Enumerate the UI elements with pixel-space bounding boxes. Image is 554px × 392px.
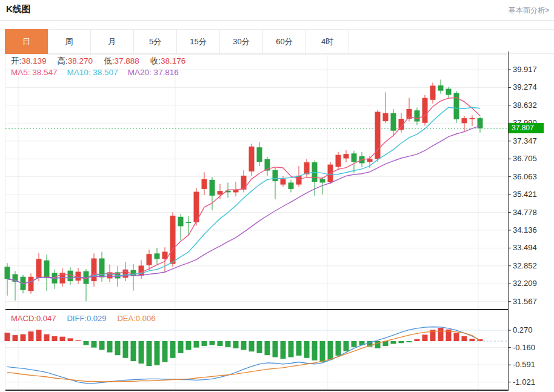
candle-body (430, 85, 436, 99)
tab-30min[interactable]: 30分 (220, 29, 263, 54)
macd-bar (76, 341, 81, 341)
ohlc-close: 收:38.176 (150, 56, 186, 67)
macd-bar (139, 341, 144, 364)
macd-value: MACD:0.047 (11, 314, 56, 323)
macd-bar (84, 341, 89, 345)
diff-value: DIFF:0.029 (67, 314, 106, 323)
period-tabbar: 日 周 月 5分 15分 30分 60分 4时 (5, 29, 349, 54)
macd-bar (36, 330, 42, 341)
ohlc-low: 低:37.888 (104, 56, 139, 67)
candle-body (454, 93, 459, 119)
candle-body (422, 98, 428, 123)
macd-bar (131, 341, 136, 361)
macd-bar (107, 341, 113, 353)
macd-bar (344, 341, 349, 351)
tab-daily[interactable]: 日 (5, 29, 48, 54)
candle-body (273, 170, 278, 181)
macd-bar (415, 339, 420, 341)
macd-bar (296, 341, 302, 356)
macd-bar (304, 341, 310, 358)
tab-60min[interactable]: 60分 (263, 29, 306, 54)
macd-bar (470, 339, 475, 341)
ma10-value: MA10: 38.507 (67, 68, 118, 77)
macd-bar (407, 341, 412, 342)
tab-weekly[interactable]: 周 (48, 29, 91, 54)
macd-bar (210, 341, 215, 345)
candle-body (92, 259, 97, 282)
macd-bar (241, 341, 247, 350)
candle-body (76, 272, 81, 281)
macd-bar (438, 328, 444, 341)
macd-bar (375, 341, 381, 348)
macd-bar (422, 334, 428, 341)
macd-bar (265, 341, 270, 355)
candle-body (241, 176, 247, 190)
candle-body (352, 153, 357, 162)
macd-bar (257, 341, 262, 353)
candle-body (5, 267, 10, 279)
macd-bar (462, 336, 467, 341)
macd-bar (92, 341, 97, 348)
candle-body (36, 259, 42, 277)
tab-5min[interactable]: 5分 (134, 29, 177, 54)
dea-line (7, 331, 480, 382)
candle-body (170, 216, 176, 264)
candle-body (233, 190, 239, 193)
macd-bar (289, 341, 294, 357)
candle-body (281, 179, 286, 184)
candle-body (470, 118, 475, 119)
macd-bar (52, 336, 58, 341)
macd-bar (225, 341, 231, 347)
candle-body (438, 85, 444, 91)
macd-bar (281, 341, 286, 359)
tab-15min[interactable]: 15分 (177, 29, 220, 54)
candle-body (44, 261, 50, 278)
macd-bar (454, 333, 459, 341)
macd-bar (21, 334, 26, 341)
ohlc-readout: 开:38.139 高:38.270 低:37.888 收:38.176 (11, 56, 185, 67)
macd-bar (194, 341, 199, 348)
tab-4hour[interactable]: 4时 (306, 29, 349, 54)
macd-bar (44, 334, 50, 341)
macd-bar (202, 341, 207, 346)
macd-bar (273, 341, 278, 357)
candle-body (320, 179, 325, 182)
macd-bar (28, 331, 34, 341)
candle-body (462, 118, 467, 123)
macd-bar (218, 341, 223, 346)
candle-body (391, 113, 396, 131)
candle-body (344, 154, 349, 158)
candle-body (257, 147, 262, 162)
macd-bar (5, 333, 10, 341)
macd-bar (99, 341, 105, 350)
macd-bar (328, 341, 333, 360)
macd-bar (352, 341, 357, 347)
kline-app: K线图 基本面分析> 日 周 月 5分 15分 30分 60分 4时 39.91… (0, 0, 554, 392)
macd-bar (147, 341, 152, 366)
macd-bar (162, 341, 168, 362)
candle-body (210, 180, 215, 196)
tab-monthly[interactable]: 月 (91, 29, 134, 54)
ohlc-open: 开:38.139 (11, 56, 47, 67)
candle-body (304, 162, 310, 174)
ma5-value: MA5: 38.547 (11, 68, 58, 77)
macd-bar (155, 341, 160, 365)
macd-bar (170, 341, 176, 358)
macd-bar (115, 341, 121, 355)
candle-body (186, 222, 192, 223)
macd-bar (233, 341, 239, 348)
ma-readout: MA5: 38.547 MA10: 38.507 MA20: 37.816 (11, 68, 179, 77)
macd-bar (60, 337, 65, 341)
candle-body (249, 147, 255, 171)
candle-body (336, 155, 341, 167)
candle-body (178, 217, 184, 227)
macd-bar (13, 335, 18, 341)
macd-bar (391, 341, 396, 344)
macd-bar (186, 341, 192, 350)
candle-body (68, 271, 73, 281)
macd-bar (399, 341, 404, 343)
candle-body (28, 277, 34, 291)
macd-bar (123, 341, 128, 358)
candle-body (147, 254, 152, 265)
candle-body (289, 182, 294, 189)
